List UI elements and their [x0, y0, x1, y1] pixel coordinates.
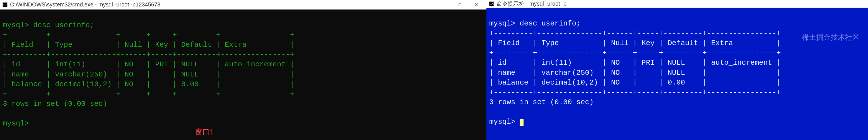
table-border: +---------+---------------+------+-----+…	[489, 29, 781, 38]
titlebar-text-1: C:\WINDOWS\system32\cmd.exe - mysql -uro…	[10, 1, 436, 8]
sql-command: desc userinfo;	[33, 21, 94, 29]
table-border: +---------+---------------+------+-----+…	[3, 50, 294, 59]
svg-text:C:\: C:\	[3, 3, 7, 6]
titlebar-1: C:\ C:\WINDOWS\system32\cmd.exe - mysql …	[0, 0, 487, 9]
window-controls-1: — □ ✕	[436, 0, 484, 9]
maximize-button[interactable]: □	[452, 0, 468, 9]
svg-text:C:\: C:\	[490, 2, 494, 6]
table-border: +---------+---------------+------+-----+…	[3, 90, 294, 98]
table-header-row: | Field | Type | Null | Key | Default | …	[3, 41, 294, 49]
table-row: | id | int(11) | NO | PRI | NULL | auto_…	[489, 59, 781, 67]
window-label-1: 窗口1	[195, 127, 214, 137]
cmd-icon: C:\	[489, 1, 494, 7]
table-row: | name | varchar(250) | NO | | NULL | |	[489, 69, 781, 77]
table-row: | balance | decimal(10,2) | NO | | 0.00 …	[489, 78, 781, 87]
status-line: 3 rows in set (0.00 sec)	[489, 98, 593, 107]
cmd-icon: C:\	[2, 2, 8, 7]
table-header-row: | Field | Type | Null | Key | Default | …	[489, 39, 781, 47]
terminal-window-1: C:\ C:\WINDOWS\system32\cmd.exe - mysql …	[0, 0, 487, 140]
close-button[interactable]: ✕	[468, 0, 484, 9]
mysql-prompt: mysql>	[489, 19, 516, 28]
table-border: +---------+---------------+------+-----+…	[489, 49, 781, 57]
mysql-prompt: mysql>	[3, 119, 29, 128]
sql-command: desc userinfo;	[520, 19, 581, 28]
titlebar-2: C:\ 命令提示符 - mysql -uroot -p	[487, 0, 868, 8]
mysql-prompt: mysql>	[3, 21, 29, 29]
terminal-body-2[interactable]: mysql> desc userinfo; +---------+-------…	[487, 8, 868, 140]
table-row: | balance | decimal(10,2) | NO | | 0.00 …	[3, 80, 294, 89]
table-border: +---------+---------------+------+-----+…	[3, 31, 294, 39]
status-line: 3 rows in set (0.00 sec)	[3, 100, 107, 108]
table-row: | id | int(11) | NO | PRI | NULL | auto_…	[3, 60, 294, 69]
watermark-top: 稀土掘金技术社区	[802, 32, 860, 42]
table-border: +---------+---------------+------+-----+…	[489, 88, 781, 97]
mysql-prompt: mysql>	[489, 118, 516, 126]
terminal-body-1[interactable]: mysql> desc userinfo; +---------+-------…	[0, 9, 487, 140]
table-row: | name | varchar(250) | NO | | NULL | |	[3, 70, 294, 79]
cursor-block	[520, 119, 524, 126]
terminal-window-2: C:\ 命令提示符 - mysql -uroot -p mysql> desc …	[487, 0, 868, 140]
minimize-button[interactable]: —	[436, 0, 452, 9]
titlebar-text-2: 命令提示符 - mysql -uroot -p	[496, 0, 866, 7]
